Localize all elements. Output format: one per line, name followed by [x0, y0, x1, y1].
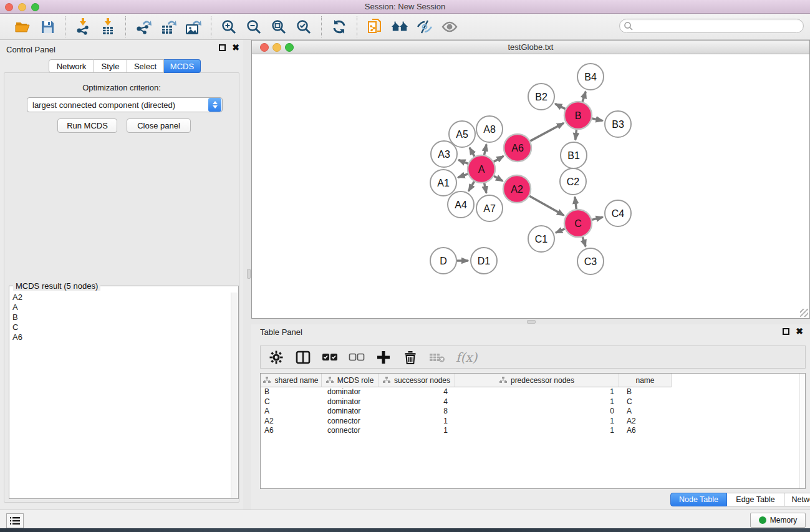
import-table-icon[interactable]: [99, 18, 117, 36]
edge-A-A2[interactable]: [494, 176, 503, 181]
tab-select[interactable]: Select: [127, 59, 164, 73]
mcds-result-item[interactable]: C: [12, 322, 231, 332]
network-zoom-icon[interactable]: [285, 43, 294, 52]
delete-column-icon[interactable]: [402, 349, 418, 365]
run-mcds-button[interactable]: Run MCDS: [57, 118, 117, 133]
function-builder-icon[interactable]: f(x): [456, 350, 477, 365]
edge-B-B3[interactable]: [592, 118, 602, 121]
node-A8[interactable]: A8: [476, 116, 503, 142]
edge-C-C4[interactable]: [592, 217, 602, 220]
select-columns-icon[interactable]: [295, 349, 311, 365]
import-network-icon[interactable]: [74, 18, 92, 36]
task-history-button[interactable]: [6, 513, 24, 528]
table-float-panel-icon[interactable]: [783, 328, 789, 335]
float-panel-icon[interactable]: [219, 44, 226, 51]
column-header-mcds-role[interactable]: MCDS role: [322, 374, 378, 387]
node-A4[interactable]: A4: [448, 191, 474, 218]
show-graphics-icon[interactable]: [441, 18, 458, 36]
close-window-icon[interactable]: [5, 3, 13, 11]
node-A5[interactable]: A5: [449, 121, 475, 147]
node-B4[interactable]: B4: [577, 64, 604, 90]
tab-edge-table[interactable]: Edge Table: [727, 493, 784, 506]
node-A1[interactable]: A1: [430, 170, 456, 196]
mcds-result-list[interactable]: A2ABCA6: [10, 293, 231, 498]
export-table-icon[interactable]: [160, 18, 177, 36]
table-close-panel-icon[interactable]: ✖: [796, 328, 803, 335]
node-C3[interactable]: C3: [577, 248, 604, 274]
search-input[interactable]: [619, 19, 804, 33]
zoom-in-icon[interactable]: [220, 18, 238, 36]
zoom-fit-icon[interactable]: [270, 18, 287, 36]
zoom-out-icon[interactable]: [245, 18, 263, 36]
export-image-icon[interactable]: [185, 18, 202, 36]
table-scrollbar[interactable]: [799, 374, 805, 488]
open-folder-icon[interactable]: [14, 18, 31, 36]
mcds-result-scrollbar[interactable]: [231, 293, 238, 498]
table-row[interactable]: Adominator80A: [261, 407, 805, 417]
session-files-icon[interactable]: [366, 18, 383, 36]
node-C2[interactable]: C2: [560, 168, 586, 195]
network-window-titlebar[interactable]: testGlobe.txt: [252, 41, 809, 54]
tab-node-table[interactable]: Node Table: [670, 493, 727, 506]
edge-A6-B[interactable]: [530, 123, 564, 141]
node-C[interactable]: C: [564, 210, 592, 237]
table-row[interactable]: A6connector11A6: [261, 426, 805, 436]
column-header-name[interactable]: name: [619, 374, 672, 387]
refresh-icon[interactable]: [330, 18, 348, 36]
edge-B-B1[interactable]: [576, 130, 577, 140]
export-network-icon[interactable]: [135, 18, 152, 36]
vertical-splitter-handle[interactable]: [247, 269, 251, 279]
node-C4[interactable]: C4: [605, 200, 631, 226]
deselect-all-icon[interactable]: [349, 349, 365, 365]
network-minimize-icon[interactable]: [272, 43, 281, 52]
node-A3[interactable]: A3: [431, 141, 457, 167]
save-icon[interactable]: [39, 18, 56, 36]
hide-graphics-icon[interactable]: [416, 18, 433, 36]
edge-A-A1[interactable]: [458, 174, 468, 178]
tab-network[interactable]: Network: [49, 59, 94, 73]
table-row[interactable]: Bdominator41B: [261, 387, 805, 397]
edge-A-A4[interactable]: [469, 181, 475, 191]
optimization-criterion-select[interactable]: largest connected component (directed): [27, 97, 223, 112]
edge-A-A3[interactable]: [458, 160, 468, 163]
node-B[interactable]: B: [564, 102, 592, 129]
tab-network-table[interactable]: Network Table: [784, 493, 810, 506]
close-panel-button[interactable]: Close panel: [127, 118, 191, 133]
tab-style[interactable]: Style: [94, 59, 127, 73]
node-B2[interactable]: B2: [528, 84, 554, 110]
edge-C-C2[interactable]: [575, 197, 576, 209]
memory-button[interactable]: Memory: [750, 513, 806, 528]
tab-mcds[interactable]: MCDS: [164, 59, 201, 73]
node-A6[interactable]: A6: [504, 134, 531, 162]
edge-A2-C[interactable]: [529, 196, 564, 215]
edge-A-A6[interactable]: [494, 156, 504, 162]
table-row[interactable]: A2connector11A2: [261, 417, 805, 427]
edge-A-A5[interactable]: [470, 148, 475, 157]
minimize-window-icon[interactable]: [18, 3, 26, 11]
zoom-window-icon[interactable]: [31, 3, 39, 11]
add-column-icon[interactable]: [375, 349, 392, 365]
horizontal-splitter-handle[interactable]: [527, 320, 536, 324]
column-header-shared-name[interactable]: shared name: [261, 374, 322, 387]
network-close-icon[interactable]: [260, 43, 269, 52]
select-all-icon[interactable]: [322, 349, 338, 365]
edge-A-A8[interactable]: [485, 144, 486, 155]
node-C1[interactable]: C1: [528, 226, 554, 252]
edge-C-C1[interactable]: [556, 229, 565, 233]
window-resize-grip[interactable]: [800, 309, 808, 317]
network-canvas[interactable]: B4B2BB3A8A5A6B1A3AC2A1A2A4A7C4CC1C3DD1: [252, 54, 809, 318]
gear-icon[interactable]: [268, 349, 284, 365]
edge-B-B2[interactable]: [555, 104, 565, 109]
edge-B-B4[interactable]: [582, 92, 586, 102]
node-A[interactable]: A: [468, 155, 495, 183]
delete-table-icon[interactable]: [429, 349, 445, 365]
edge-A-A7[interactable]: [485, 183, 486, 193]
home-icon[interactable]: [391, 18, 408, 36]
mcds-result-item[interactable]: A: [12, 302, 231, 312]
column-header-predecessor-nodes[interactable]: predecessor nodes: [455, 374, 619, 387]
node-D[interactable]: D: [430, 248, 456, 274]
node-B1[interactable]: B1: [561, 142, 587, 168]
column-header-successor-nodes[interactable]: successor nodes: [378, 374, 455, 387]
table-row[interactable]: Cdominator41C: [261, 397, 805, 407]
close-panel-icon[interactable]: ✖: [232, 44, 239, 51]
